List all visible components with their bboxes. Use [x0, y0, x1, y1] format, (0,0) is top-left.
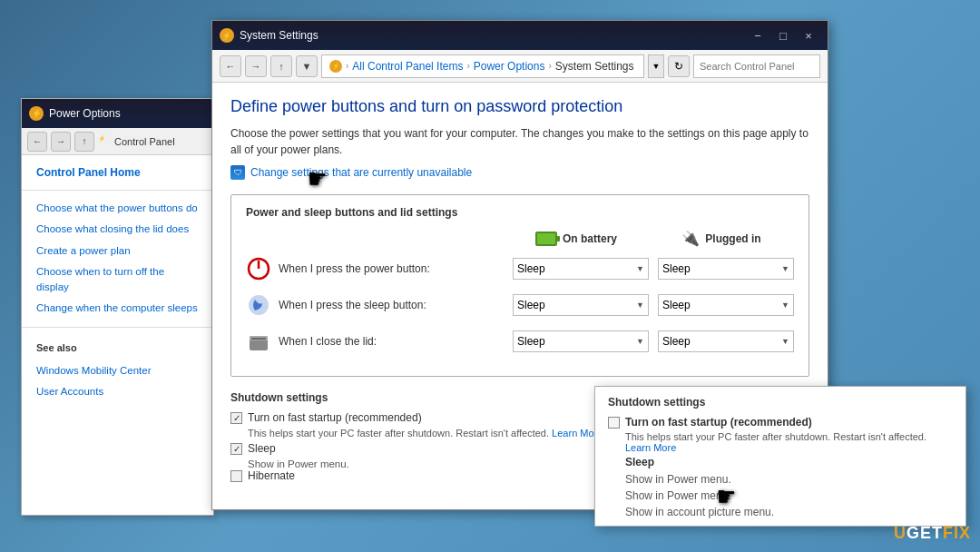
window-addressbar: ← → ↑ ▼ ⚡ › All Control Panel Items › Po…	[212, 50, 828, 83]
window-titlebar: ⚡ System Settings − □ ×	[212, 21, 828, 50]
popup-sleep-row: Sleep	[608, 456, 953, 468]
minimize-button[interactable]: −	[746, 26, 769, 44]
breadcrumb-icon: ⚡	[329, 60, 342, 73]
on-battery-label: On battery	[563, 232, 617, 245]
power-button-row: When I press the power button: Sleep ▼ S…	[246, 256, 794, 281]
windows-mobility-link[interactable]: Windows Mobility Center	[22, 360, 213, 381]
dropdown-arrow: ▼	[636, 264, 644, 273]
popup-fast-startup-label: Turn on fast startup (recommended)	[625, 416, 812, 429]
back-button[interactable]: ←	[27, 132, 47, 152]
power-settings-title: Power and sleep buttons and lid settings	[246, 206, 794, 219]
titlebar-left: ⚡ System Settings	[220, 28, 318, 43]
page-title: Define power buttons and turn on passwor…	[230, 97, 809, 116]
on-battery-col: On battery	[504, 232, 649, 246]
popup-learn-more[interactable]: Learn More	[625, 442, 676, 453]
fast-startup-label: Turn on fast startup (recommended)	[248, 411, 422, 424]
popup-title: Shutdown settings	[608, 396, 953, 409]
sleep-icon	[246, 292, 271, 318]
search-input[interactable]	[700, 61, 825, 72]
dropdown-arrow-2: ▼	[781, 264, 789, 273]
dropdown-arrow-4: ▼	[781, 301, 789, 310]
search-box: 🔍	[693, 54, 820, 78]
sleep-checkbox[interactable]	[230, 443, 242, 455]
create-power-plan-link[interactable]: Create a power plan	[22, 241, 213, 261]
battery-icon	[535, 232, 557, 246]
shield-icon: 🛡	[230, 165, 245, 180]
power-options-icon: ⚡	[29, 106, 44, 121]
popup-sleep-label: Sleep	[625, 456, 654, 468]
lid-battery-value: Sleep	[517, 335, 545, 348]
power-button-label: When I press the power button:	[279, 262, 513, 275]
breadcrumb-power-options[interactable]: Power Options	[474, 60, 545, 73]
dropdown-arrow-6: ▼	[781, 337, 789, 346]
plugged-in-label: Plugged in	[705, 232, 760, 245]
left-panel-nav: Control Panel Home Choose what the power…	[22, 155, 213, 409]
svg-rect-5	[251, 338, 266, 340]
lid-battery-dropdown[interactable]: Sleep ▼	[513, 330, 649, 352]
power-battery-dropdown[interactable]: Sleep ▼	[513, 258, 649, 280]
up-button[interactable]: ↑	[74, 132, 94, 152]
sleep-button-label: When I press the sleep button:	[279, 299, 513, 311]
user-accounts-link[interactable]: User Accounts	[22, 381, 213, 402]
window-icon: ⚡	[220, 28, 234, 43]
left-panel-addressbar: ← → ↑ ⚡ Control Panel	[22, 128, 213, 155]
page-description: Choose the power settings that you want …	[230, 125, 809, 158]
nav-divider	[22, 190, 213, 191]
change-settings-link[interactable]: 🛡 Change settings that are currently una…	[230, 165, 809, 180]
popup-account-menu: Show in account picture menu.	[608, 504, 953, 520]
addr-back-button[interactable]: ←	[220, 55, 241, 77]
breadcrumb-dropdown[interactable]: ▼	[648, 54, 664, 78]
lid-label: When I close the lid:	[279, 335, 513, 348]
fast-startup-checkbox[interactable]	[230, 412, 242, 424]
left-panel-titlebar: ⚡ Power Options	[22, 99, 213, 128]
lid-plugged-dropdown[interactable]: Sleep ▼	[658, 330, 794, 352]
left-panel-title: Power Options	[49, 107, 121, 120]
addr-up-button[interactable]: ↑	[270, 55, 292, 77]
watermark: UGETFIX	[894, 524, 971, 543]
refresh-button[interactable]: ↻	[668, 55, 690, 77]
popup-shutdown-settings: Shutdown settings Turn on fast startup (…	[594, 386, 966, 527]
settings-header-row: On battery 🔌 Plugged in	[246, 230, 794, 247]
hibernate-label: Hibernate	[248, 469, 295, 482]
closing-lid-link[interactable]: Choose what closing the lid does	[22, 219, 213, 240]
dropdown-arrow-3: ▼	[636, 301, 644, 310]
breadcrumb-current: System Settings	[555, 60, 634, 73]
sleep-plugged-value: Sleep	[662, 299, 691, 311]
sleep-battery-value: Sleep	[517, 299, 545, 311]
popup-fast-startup-row: Turn on fast startup (recommended)	[608, 416, 953, 429]
address-icon: ⚡	[98, 135, 111, 148]
hibernate-checkbox[interactable]	[230, 470, 242, 482]
forward-button[interactable]: →	[51, 132, 71, 152]
addr-forward-button[interactable]: →	[245, 55, 267, 77]
lid-icon	[246, 329, 271, 354]
sleep-plugged-dropdown[interactable]: Sleep ▼	[658, 294, 794, 316]
control-panel-home-link[interactable]: Control Panel Home	[22, 163, 213, 182]
popup-fast-startup-cb[interactable]	[608, 417, 620, 429]
window-controls: − □ ×	[746, 26, 820, 44]
power-buttons-link[interactable]: Choose what the power buttons do	[22, 198, 213, 219]
popup-fast-startup-sub: This helps start your PC faster after sh…	[625, 431, 953, 453]
power-options-panel: ⚡ Power Options ← → ↑ ⚡ Control Panel Co…	[21, 98, 214, 516]
power-plugged-dropdown[interactable]: Sleep ▼	[658, 258, 794, 280]
popup-power-menu: Show in Power menu.	[608, 471, 953, 488]
nav-divider-2	[22, 327, 213, 328]
breadcrumb-all-items[interactable]: All Control Panel Items	[352, 60, 463, 73]
turn-off-display-link[interactable]: Choose when to turn off the display	[22, 261, 213, 299]
power-icon	[246, 256, 271, 281]
plugged-in-col: 🔌 Plugged in	[649, 230, 794, 247]
maximize-button[interactable]: □	[771, 26, 795, 44]
power-settings-section: Power and sleep buttons and lid settings…	[230, 194, 809, 377]
lid-row: When I close the lid: Sleep ▼ Sleep ▼	[246, 329, 794, 354]
addr-recent-button[interactable]: ▼	[296, 55, 318, 77]
power-plugged-value: Sleep	[662, 262, 691, 275]
popup-power-menu-2: Show in Power menu.	[608, 488, 953, 504]
sleep-battery-dropdown[interactable]: Sleep ▼	[513, 294, 649, 316]
breadcrumb-bar: ⚡ › All Control Panel Items › Power Opti…	[321, 54, 644, 78]
close-button[interactable]: ×	[797, 26, 820, 44]
power-battery-value: Sleep	[517, 262, 545, 275]
computer-sleeps-link[interactable]: Change when the computer sleeps	[22, 298, 213, 319]
lid-plugged-value: Sleep	[662, 335, 691, 348]
see-also-label: See also	[22, 335, 213, 360]
change-settings-text: Change settings that are currently unava…	[250, 166, 472, 179]
dropdown-arrow-5: ▼	[636, 337, 644, 346]
